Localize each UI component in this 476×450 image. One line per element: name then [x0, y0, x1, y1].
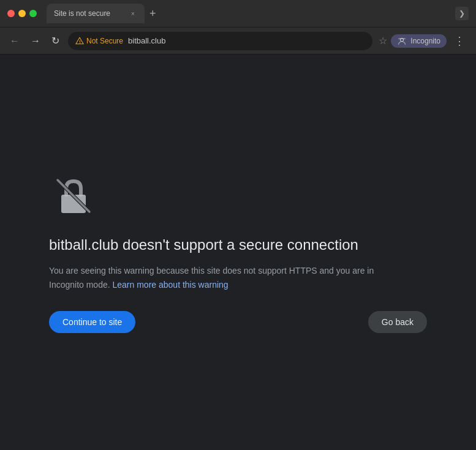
warning-triangle-icon: ! [75, 37, 84, 45]
browser-menu-button[interactable]: ⋮ [450, 33, 469, 49]
error-page: bitball.club doesn't support a secure co… [0, 54, 476, 450]
no-lock-icon [51, 174, 96, 218]
titlebar: Site is not secure × + ❯ [0, 0, 476, 27]
forward-button[interactable]: → [28, 33, 43, 49]
error-title: bitball.club doesn't support a secure co… [49, 235, 358, 254]
traffic-lights [7, 10, 37, 17]
bookmark-button[interactable]: ☆ [379, 35, 387, 47]
button-row: Continue to site Go back [49, 311, 427, 333]
addressbar: ← → ↻ ! Not Secure bitball.club ☆ Incogn… [0, 27, 476, 54]
new-tab-button[interactable]: + [147, 6, 159, 21]
back-button[interactable]: ← [7, 33, 22, 49]
svg-rect-2 [398, 38, 406, 39]
lock-icon-wrapper [49, 171, 98, 220]
close-window-button[interactable] [7, 10, 15, 17]
svg-text:!: ! [79, 39, 80, 43]
address-bar-input[interactable]: ! Not Secure bitball.club [68, 32, 372, 50]
incognito-icon [397, 36, 407, 46]
maximize-window-button[interactable] [29, 10, 37, 17]
not-secure-badge: ! Not Secure [75, 37, 123, 45]
tab-bar: Site is not secure × + ❯ [47, 4, 469, 23]
browser-tab[interactable]: Site is not secure × [47, 4, 145, 23]
incognito-label: Incognito [410, 37, 440, 45]
continue-to-site-button[interactable]: Continue to site [49, 311, 135, 333]
tab-expand-button[interactable]: ❯ [455, 7, 469, 20]
address-text: bitball.club [128, 36, 165, 45]
incognito-button[interactable]: Incognito [391, 34, 447, 48]
error-description: You are seeing this warning because this… [49, 264, 404, 291]
reload-button[interactable]: ↻ [49, 32, 62, 49]
learn-more-link[interactable]: Learn more about this warning [113, 280, 229, 290]
address-actions: ☆ Incognito ⋮ [379, 33, 469, 49]
tab-title: Site is not secure [54, 9, 124, 18]
not-secure-label: Not Secure [86, 37, 123, 45]
tab-close-button[interactable]: × [129, 9, 137, 18]
go-back-button[interactable]: Go back [368, 311, 427, 333]
minimize-window-button[interactable] [18, 10, 26, 17]
